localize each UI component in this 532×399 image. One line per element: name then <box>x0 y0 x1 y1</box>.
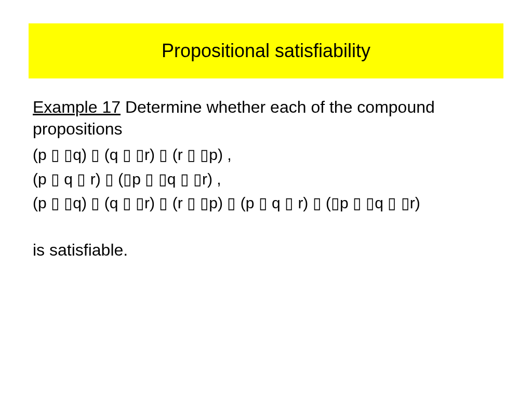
intro-paragraph: Example 17 Determine whether each of the… <box>33 97 503 140</box>
formula-2: (p ▯ q ▯ r) ▯ (▯p ▯ ▯q ▯ ▯r) , <box>33 167 503 192</box>
slide-container: Propositional satisfiability Example 17 … <box>0 0 532 399</box>
closing-line: is satisfiable. <box>33 241 503 260</box>
example-label: Example 17 <box>33 98 121 116</box>
formula-1: (p ▯ ▯q) ▯ (q ▯ ▯r) ▯ (r ▯ ▯p) , <box>33 143 503 167</box>
slide-title: Propositional satisfiability <box>34 40 498 62</box>
content-area: Example 17 Determine whether each of the… <box>29 97 503 260</box>
formula-3: (p ▯ ▯q) ▯ (q ▯ ▯r) ▯ (r ▯ ▯p) ▯ (p ▯ q … <box>33 191 503 216</box>
title-bar: Propositional satisfiability <box>29 23 503 78</box>
